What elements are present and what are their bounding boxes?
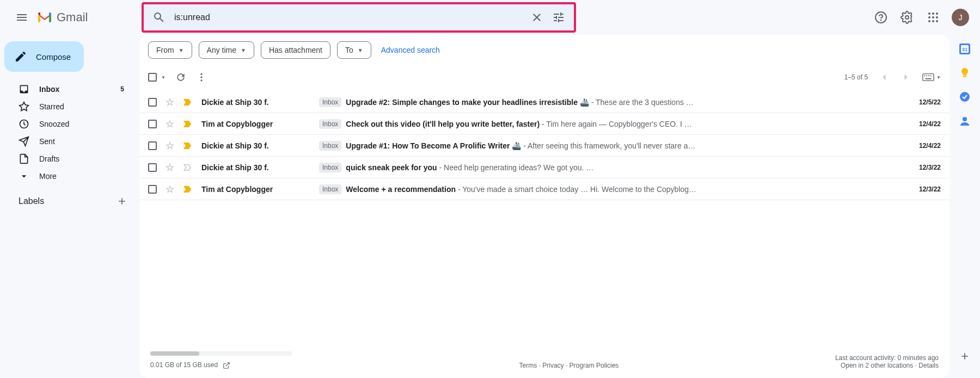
important-toggle[interactable] — [183, 119, 193, 129]
message-row[interactable]: ☆ Tim at Copyblogger Inbox Welcome + a r… — [139, 178, 950, 200]
horizontal-scrollbar[interactable] — [150, 351, 292, 356]
sidebar-item-sent[interactable]: Sent — [4, 133, 131, 150]
gmail-logo-text: Gmail — [57, 10, 88, 24]
row-checkbox[interactable] — [148, 163, 157, 172]
star-toggle[interactable]: ☆ — [166, 96, 174, 108]
chip-to[interactable]: To▼ — [337, 41, 371, 59]
select-dropdown[interactable]: ▼ — [161, 75, 166, 80]
privacy-link[interactable]: Privacy — [542, 362, 564, 369]
star-toggle[interactable]: ☆ — [166, 118, 174, 130]
inbox-icon — [19, 84, 29, 95]
star-toggle[interactable]: ☆ — [166, 162, 174, 173]
keep-app-button[interactable] — [959, 67, 970, 78]
policies-link[interactable]: Program Policies — [569, 362, 619, 369]
star-toggle[interactable]: ☆ — [166, 183, 174, 195]
clear-search-button[interactable] — [526, 7, 548, 28]
subject-snippet: quick sneak peek for you - Need help gen… — [346, 163, 894, 172]
keep-icon — [959, 67, 970, 78]
message-row[interactable]: ☆ Dickie at Ship 30 f. Inbox Upgrade #2:… — [139, 91, 950, 113]
caret-icon: ▼ — [179, 47, 184, 53]
important-icon — [183, 119, 193, 129]
chip-has-attachment[interactable]: Has attachment — [261, 41, 330, 59]
row-checkbox[interactable] — [148, 98, 157, 107]
get-addons-button[interactable] — [954, 345, 976, 367]
important-toggle[interactable] — [183, 141, 193, 151]
row-checkbox[interactable] — [148, 185, 157, 194]
hamburger-icon — [15, 11, 28, 24]
input-tools-button[interactable]: ▼ — [922, 73, 941, 82]
search-input[interactable] — [170, 13, 526, 22]
message-row[interactable]: ☆ Tim at Copyblogger Inbox Check out thi… — [139, 113, 950, 135]
important-icon — [183, 141, 193, 151]
svg-rect-18 — [926, 75, 927, 76]
compose-label: Compose — [36, 52, 71, 61]
terms-link[interactable]: Terms — [519, 362, 537, 369]
header: Gmail — [0, 0, 980, 35]
advanced-search-link[interactable]: Advanced search — [381, 46, 440, 54]
important-toggle[interactable] — [183, 163, 193, 172]
more-button[interactable] — [196, 72, 207, 83]
apps-button[interactable] — [922, 7, 944, 28]
svg-point-2 — [905, 16, 909, 19]
main-menu-button[interactable] — [9, 4, 35, 30]
message-date: 12/4/22 — [903, 120, 941, 128]
account-avatar[interactable]: J — [952, 9, 969, 26]
nav-label: Inbox — [39, 85, 59, 94]
sidebar-item-inbox[interactable]: Inbox 5 — [4, 80, 131, 98]
message-row[interactable]: ☆ Dickie at Ship 30 f. Inbox Upgrade #1:… — [139, 135, 950, 157]
svg-rect-21 — [926, 78, 932, 79]
message-row[interactable]: ☆ Dickie at Ship 30 f. Inbox quick sneak… — [139, 157, 950, 178]
sidebar-item-drafts[interactable]: Drafts — [4, 150, 131, 168]
svg-rect-19 — [928, 75, 929, 76]
chip-from[interactable]: From▼ — [148, 41, 192, 59]
tasks-app-button[interactable] — [959, 91, 970, 102]
svg-point-26 — [960, 92, 970, 102]
svg-rect-25 — [963, 76, 966, 77]
prev-page-button[interactable] — [879, 72, 890, 83]
gmail-icon — [37, 11, 52, 23]
filter-chips: From▼ Any time▼ Has attachment To▼ Advan… — [139, 35, 950, 65]
row-checkbox[interactable] — [148, 141, 157, 150]
nav-label: Sent — [39, 137, 55, 146]
gmail-logo[interactable]: Gmail — [37, 10, 88, 24]
labels-title: Labels — [19, 196, 44, 206]
open-in-new-icon[interactable] — [223, 362, 230, 369]
nav-label: More — [39, 172, 57, 181]
select-all-checkbox[interactable] — [148, 73, 157, 82]
compose-button[interactable]: Compose — [4, 41, 84, 72]
sidebar-item-snoozed[interactable]: Snoozed — [4, 115, 131, 133]
refresh-button[interactable] — [175, 72, 186, 83]
settings-button[interactable] — [896, 7, 918, 28]
svg-point-10 — [932, 20, 934, 22]
svg-point-6 — [928, 16, 930, 18]
svg-point-15 — [200, 79, 202, 81]
add-label-button[interactable] — [117, 196, 127, 207]
contacts-icon — [959, 115, 970, 126]
support-button[interactable] — [870, 7, 892, 28]
inbox-label: Inbox — [319, 97, 341, 107]
search-options-button[interactable] — [548, 7, 569, 28]
star-toggle[interactable]: ☆ — [166, 140, 174, 152]
plus-icon — [959, 351, 970, 362]
next-page-button[interactable] — [901, 72, 911, 83]
sidebar-item-more[interactable]: More — [4, 168, 131, 185]
search-bar — [144, 4, 574, 30]
caret-icon: ▼ — [241, 47, 246, 53]
plus-icon — [117, 196, 127, 207]
search-button[interactable] — [148, 7, 170, 28]
side-panel: 31 — [950, 35, 980, 378]
important-toggle[interactable] — [183, 184, 193, 194]
chip-any-time[interactable]: Any time▼ — [199, 41, 254, 59]
sidebar-item-starred[interactable]: Starred — [4, 98, 131, 115]
inbox-label: Inbox — [319, 141, 341, 151]
details-link[interactable]: Details — [918, 362, 939, 369]
row-checkbox[interactable] — [148, 120, 157, 128]
inbox-label: Inbox — [319, 163, 341, 172]
important-toggle[interactable] — [183, 97, 193, 107]
svg-point-13 — [200, 73, 202, 75]
calendar-app-button[interactable]: 31 — [959, 44, 970, 54]
gear-icon — [901, 11, 914, 24]
sidebar: Compose Inbox 5 Starred Snoozed Sent — [0, 35, 139, 378]
contacts-app-button[interactable] — [959, 115, 970, 126]
message-date: 12/4/22 — [903, 142, 941, 150]
